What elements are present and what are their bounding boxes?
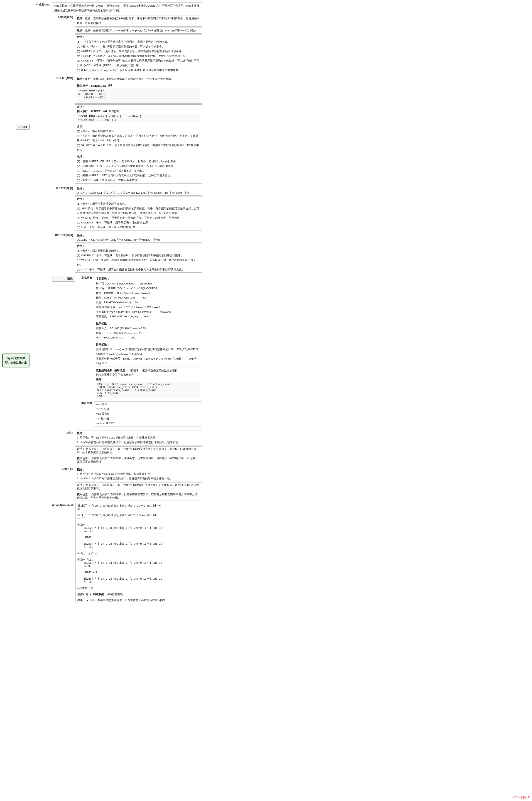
insert-notes-block: 总结： (1) - 使用 INSERT...VALUES 语句可以向表中插入一行… [75,154,202,183]
common-functions-label: 常见函数 [76,276,94,400]
union-compare-section: union与union all SELECT * from t_oa_meeti… [52,503,202,603]
union-all-usage: 当需要合并多个查询结果，但是不需要去重复值，或者有意在包含结果中包含结果在已经确… [77,493,197,499]
list-item: count 计算个数 [96,421,200,425]
list-item: (5) - INSERT...VALUES 语句可以一次插入多条数据。 [77,178,200,183]
list-item: 1. 用于合并两个或者多个SELECT语句的结果集，并去除重复的行。 [77,435,200,440]
flow-row-label: 行转列： [130,369,140,373]
union-syntax-label: 语法： [77,447,85,450]
update-meaning-label: 含义： [77,197,200,201]
list-item: (3) 'WHERE' 子句：可选项，表示为删除操作限定删除条件，若省略该子句，… [77,258,200,267]
date-functions-label: 日期函数： [96,343,200,347]
list-item: 获取当前日期：now() ● 按日期格式的字符转换成指定格式的日期：STR_TO… [96,347,200,356]
union-conclusion: 相当于数学中的交集和并集。所谓去重是开不重覆所有列相同的。 [89,599,168,602]
union-example: SELECT * from t_oa_meeting_info where id… [75,503,202,556]
insert-single-label: 插入单行：INSERT...SET语句 [77,84,200,88]
list-item: (4) 'LIMIT' 子句：可选项，用于告知服务器在控制命令被允许之前删除到删… [77,267,200,272]
insert-multi-syntax: INSERT INTO <表名> [ <列名1> [, ...<列名n>]] V… [77,114,200,122]
list-item: 长度：LENGTH ('HelloWorld') --- 10 [96,300,200,305]
delete-meaning-label: 含义： [77,244,200,248]
union-all-content: 概念： 1. 用于合并两个或多个SELECT语句的结果集，包括重复的行。2. U… [75,467,202,501]
insert-content: 概括：概括：使用INSERT语句向数据库已有的表中插入一行或者多行元组数据。 插… [75,76,202,184]
union-diff-label: 具体不同 [77,593,88,596]
select-section: select(查询) 概括：概括：查询数据是指从数据库中根据需求，使用不同的查询… [52,15,202,74]
union-all-example: UNION ALL: SELECT * from t_oa_meeting_in… [75,557,202,591]
functions-section: 函数 常见函数 字符函数： 转小写：LOWER ('SQL Course') -… [52,276,202,428]
insert-section: INSERT(新增) 概括：概括：使用INSERT语句向数据库已有的表中插入一行… [52,76,202,184]
union-all-concepts-list: 1. 用于合并两个或多个SELECT语句的结果集，包括重复的行。2. UNION… [77,472,200,481]
flow-syntax-label: 语法： [96,378,200,382]
list-item: (3) 'WHERE' 子句：可选项，用于限定表中要修改的行，不指定，则修改表中… [77,215,200,220]
select-summary: 最快：最快：条件查询加行限；where(条件) group by(分组) hav… [75,27,202,34]
crud-top-section: 什么是crud crud是指在计算处理器的功能包括(Create)、读取(Rea… [2,2,202,14]
list-item: (6) '[LIMIT[<offset>,]<row_count>]'：该子句告… [77,68,200,73]
list-item: 转大写：UPPER ('SQL Course') '-----' SQL COU… [96,286,200,291]
functions-label: 函数 [52,276,75,282]
union-concept-block: 概念： 1. 用于合并两个或者多个SELECT语句的结果集，并去除重复的行。2.… [75,431,202,445]
insert-notes-list: (1) - 使用 INSERT...VALUES 语句可以向表中插入一行数据，也… [77,159,200,183]
aggregate-functions-content: sum 求和avg 平均值max 最大值min 最小值count 计算个数 [94,401,202,426]
list-item: (4) - 采用 INSERT ... SET 语句可以向表中插入部分列的值，这… [77,173,200,178]
union-all-usage-block: 使用场景： 当需要合并多个查询结果，但是不需要去重复值，或者有意在包含结果中包含… [75,492,202,500]
list-item: (3) - INSERT...SELECT 语句向表中插入其他表中的数据。 [77,169,200,173]
union-label: union [52,431,75,434]
select-label: select(查询) [52,15,75,19]
functions-content: 常见函数 字符函数： 转小写：LOWER ('SQL Course') ----… [76,276,202,428]
delete-syntax: DELETE FROM <表名> [WHERE 子句] [ORDER BY 子句… [77,238,200,242]
list-item: max 最大值 [96,412,200,416]
select-summary-text: 最快：条件查询加行限；where(条件) group by(分组) having… [85,29,196,32]
union-all-usage-label: 使用场景： [77,493,91,496]
insert-header: INSERT(新增) 概括：概括：使用INSERT语句向数据库已有的表中插入一行… [52,76,202,184]
union-all-section: union all 概念： 1. 用于合并两个或多个SELECT语句的结果集，包… [52,467,202,501]
select-overview: 概括：概括：查询数据是指从数据库中根据需求，使用不同的查询方式来获取不同的数据，… [75,15,202,26]
union-diff-block: 具体不同 ● 初始数据： 678重复出现 [75,592,202,597]
string-functions-label: 字符函数： [96,277,200,281]
union-usage-block: 使用场景： 当需要合并多个查询结果，并且不想出现重复的值时，可以使用UNION操… [75,456,202,464]
list-item: 转小写：LOWER ('SQL Course') ----- sql cours… [96,281,200,286]
select-overview-text: 概括：查询数据是指从数据库中根据需求，使用不同的查询方式来获取不同的数据，是使用… [77,17,200,24]
list-item: (2) 'ORDER BY' 子句：可选项，表示删除时，表各行将按照子句中指定的… [77,253,200,258]
list-item: (1) <表名>：指定要删除数据的表名。 [77,248,200,253]
insert-meanings-block: 含义： (1) <表名>：指定要操作的表名。(2) <列名>：指定需要插入数据的… [75,123,202,153]
update-meanings-block: 含义： (1) <表名>：用于指定定要更新的表名称。(2) 'SET' 子句：用… [75,196,202,230]
insert-multi-block: 法法： 插入多行：INSERT...VALUES语句 INSERT INTO <… [75,104,202,123]
what-is-crud-text: crud是指在计算处理器的功能包括(Create)、读取(Read)、更新(Up… [52,2,202,14]
flow-syntax: CASE expr WHEN comparison_expr1 THEN ret… [96,382,200,398]
list-item: 字符截取后半段：TRIM ('H' FROM 'HelloWorld') ---… [96,310,200,314]
list-item: 字符替换：REPLACE ('abcd','b','m') ----- amcd [96,314,200,319]
crud-label: CRUD [16,124,30,130]
union-concepts-list: 1. 用于合并两个或者多个SELECT语句的结果集，并去除重复的行。2. UNI… [77,435,200,445]
select-summary-label: 最快： [77,29,85,32]
update-content: 法法： UPDATE <表名> SET 字段 1= 值 1 [,字段 2 = 值… [75,186,202,231]
update-header: UPDATE(修改) 法法： UPDATE <表名> SET 字段 1= 值 1… [52,186,202,231]
list-item: (1) ["*"<字段列名>]：包含星号或指定的字段列表，表示所要查询字段的名称… [77,39,200,44]
list-item: 截取：SUBSTR (HelloWorld',1,5) ----- Hello [96,295,200,300]
delete-content: 法法： DELETE FROM <表名> [WHERE 子句] [ORDER B… [75,233,202,273]
update-section: UPDATE(修改) 法法： UPDATE <表名> SET 字段 1= 值 1… [52,186,202,231]
insert-single-block: 插入单行：INSERT...SET语句 INSERT INTO <表名> SET… [75,83,202,104]
number-functions-block: 数字函数： 四舍五入：ROUND (45.926, 2) ------ 45.9… [94,321,202,341]
left-label-box: mysql之数据类型、建表以及约束 [2,354,30,367]
union-all-syntax: 将多个SELECT语句放在一起，并使用UNION ALL关键字将它们连接起来，每… [77,484,199,490]
list-item: (5) 'ORDER BY <字段>'：该子句告诉 MySQL 按什么样的顺序显… [77,58,200,68]
date-functions-list: 获取当前日期：now() ● 按日期格式的字符转换成指定格式的日期：STR_TO… [96,347,200,366]
list-item: (1) <表名>：用于指定定要更新的表名称。 [77,202,200,206]
common-functions-content: 字符函数： 转小写：LOWER ('SQL Course') ----- sql… [94,276,202,400]
select-overview-label: 概括： [77,17,85,20]
update-meanings-list: (1) <表名>：用于指定定要更新的表名称。(2) 'SET' 子句：用于指定表… [77,202,200,230]
common-functions-row: 常见函数 字符函数： 转小写：LOWER ('SQL Course') ----… [76,276,202,400]
delete-meanings-block: 含义： (1) <表名>：指定要删除数据的表名。(2) 'ORDER BY' 子… [75,243,202,273]
aggregate-functions-label: 聚合函数 [76,401,94,426]
list-item: min 最小值 [96,416,200,421]
delete-syntax-label: 法法： [77,234,200,238]
list-item: 截取：TRUNC (45.926, 2) ------- 45.92 [96,331,200,336]
list-item: (2) 'SET' 子句：用于指定表中要修改的列的列名及其列值，其中，每个指定的… [77,206,200,215]
page-container: 什么是crud crud是指在计算处理器的功能包括(Create)、读取(Rea… [2,2,202,605]
union-compare-content: SELECT * from t_oa_meeting_info where id… [75,503,202,603]
union-initial-label: 初始数据： [93,593,107,596]
number-functions-label: 数字函数： [96,322,200,326]
flow-functions-row: 流程控制函数 使用场景： 行转列： 把某不重叠交叉的数据放在行 [96,369,200,373]
insert-multi-sublabel: 插入多行：INSERT...VALUES语句 [77,110,200,113]
string-functions-block: 字符函数： 转小写：LOWER ('SQL Course') ----- sql… [94,276,202,320]
list-item: (1) - 使用 INSERT...VALUES 语句可以向表中插入一行数据，也… [77,159,200,164]
list-item: 1. 用于合并两个或多个SELECT语句的结果集，包括重复的行。 [77,472,200,476]
